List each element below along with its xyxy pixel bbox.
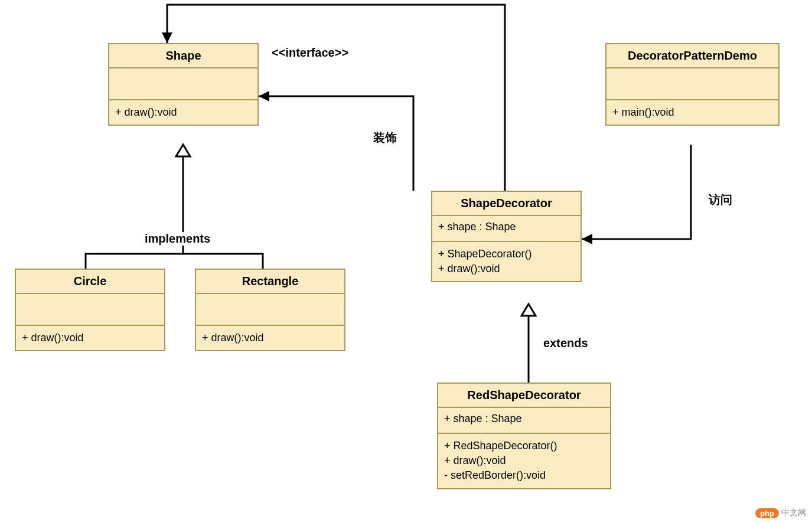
arrow-access-to-decorator [582,234,592,244]
class-redshapedecorator-method-0: + RedShapeDecorator() [444,439,604,453]
connector-implements-horizontal [86,254,263,269]
class-shape-attrs [109,68,257,100]
class-shape-methods: + draw():void [109,100,257,125]
class-redshapedecorator-title: RedShapeDecorator [438,384,610,408]
class-demo-title: DecoratorPatternDemo [606,44,778,68]
class-shapedecorator-methods: + ShapeDecorator() + draw():void [432,242,581,281]
class-circle-method-0: + draw():void [22,331,158,345]
label-extends: extends [543,336,588,350]
class-demo: DecoratorPatternDemo + main():void [605,43,780,126]
class-redshapedecorator-attrs: + shape : Shape [438,408,610,434]
class-shapedecorator-title: ShapeDecorator [432,192,581,216]
watermark-badge: php [755,508,779,518]
class-shapedecorator-attr-0: + shape : Shape [438,220,575,234]
class-rectangle-methods: + draw():void [196,326,344,350]
class-circle-methods: + draw():void [16,326,164,350]
class-redshapedecorator: RedShapeDecorator + shape : Shape + RedS… [437,383,611,489]
class-shape-method-0: + draw():void [115,105,252,120]
class-shape: Shape + draw():void [108,43,259,126]
class-circle: Circle + draw():void [15,269,165,351]
class-redshapedecorator-method-1: + draw():void [444,453,604,468]
label-interface-stereotype: <<interface>> [272,46,348,60]
arrow-decorate-to-shape [259,91,269,102]
label-implements: implements [145,232,210,246]
class-circle-attrs [16,294,164,326]
class-shapedecorator-method-0: + ShapeDecorator() [438,247,575,262]
arrow-top-to-shape [162,32,172,43]
class-redshapedecorator-attr-0: + shape : Shape [444,411,604,426]
class-demo-methods: + main():void [606,100,778,125]
class-rectangle-attrs [196,294,344,326]
class-shape-title: Shape [109,44,257,68]
class-shapedecorator: ShapeDecorator + shape : Shape + ShapeDe… [431,191,582,282]
class-redshapedecorator-method-2: - setRedBorder():void [444,468,604,483]
label-decorate: 装饰 [373,130,397,146]
connector-access [582,145,691,239]
class-circle-title: Circle [16,270,164,294]
class-rectangle-title: Rectangle [196,270,344,294]
arrow-implements-to-shape [176,145,190,156]
class-demo-attrs [606,68,778,100]
watermark: php 中文网 [755,508,806,518]
class-shapedecorator-method-1: + draw():void [438,262,575,276]
arrow-extends-to-decorator [521,304,536,316]
label-access: 访问 [709,192,732,208]
class-redshapedecorator-methods: + RedShapeDecorator() + draw():void - se… [438,434,610,488]
class-shapedecorator-attrs: + shape : Shape [432,216,581,242]
class-rectangle: Rectangle + draw():void [195,269,345,351]
watermark-text: 中文网 [781,508,806,518]
class-rectangle-method-0: + draw():void [202,331,338,345]
class-demo-method-0: + main():void [612,105,772,120]
